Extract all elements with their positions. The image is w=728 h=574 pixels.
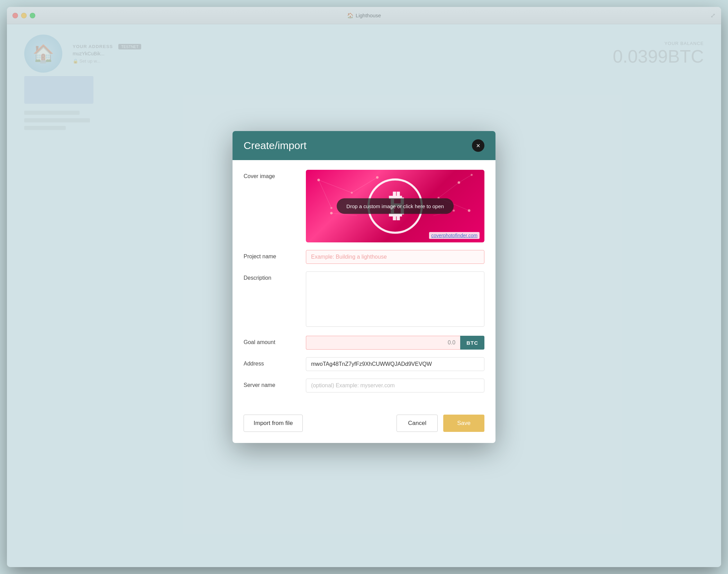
svg-point-8 [317, 179, 320, 181]
import-from-file-button[interactable]: Import from file [244, 415, 303, 432]
description-label: Description [244, 271, 299, 281]
project-name-wrap [306, 250, 484, 264]
server-name-row: Server name [244, 379, 484, 392]
address-input[interactable] [306, 357, 484, 371]
project-name-label: Project name [244, 250, 299, 260]
svg-point-9 [351, 192, 353, 194]
create-import-modal: Create/import × Cover image [233, 131, 495, 443]
svg-point-17 [453, 210, 455, 212]
cancel-button[interactable]: Cancel [397, 415, 438, 432]
server-name-input[interactable] [306, 379, 484, 392]
btc-currency-button[interactable]: BTC [460, 336, 484, 350]
server-name-wrap [306, 379, 484, 392]
svg-point-11 [330, 207, 333, 209]
modal-body: Cover image [233, 160, 495, 411]
cover-image-dropzone[interactable]: ₿ Drop a custom image or click here to o… [306, 170, 484, 242]
goal-row: BTC [306, 336, 484, 350]
app-window: 🏠 Lighthouse ⤢ 🏠 YOUR ADDRESS TESTNET mu… [7, 7, 721, 567]
cover-image-label: Cover image [244, 170, 299, 179]
modal-title: Create/import [244, 140, 307, 151]
goal-amount-wrap: BTC [306, 336, 484, 350]
svg-point-16 [330, 212, 333, 214]
footer-right-buttons: Cancel Save [397, 415, 484, 432]
cover-image-bg: ₿ Drop a custom image or click here to o… [306, 170, 484, 242]
cover-image-wrap: ₿ Drop a custom image or click here to o… [306, 170, 484, 242]
project-name-row: Project name [244, 250, 484, 264]
drop-text: Drop a custom image or click here to ope… [346, 203, 444, 209]
address-wrap [306, 357, 484, 371]
svg-point-15 [471, 174, 473, 176]
drop-image-overlay: Drop a custom image or click here to ope… [337, 198, 454, 214]
cover-image-row: Cover image [244, 170, 484, 242]
goal-amount-row: Goal amount BTC [244, 336, 484, 350]
svg-point-14 [468, 209, 470, 212]
address-label: Address [244, 357, 299, 367]
svg-point-12 [458, 181, 460, 184]
goal-amount-input[interactable] [306, 336, 460, 350]
svg-line-3 [438, 183, 459, 198]
modal-header: Create/import × [233, 131, 495, 160]
description-wrap [306, 271, 484, 328]
modal-footer: Import from file Cancel Save [233, 411, 495, 443]
modal-backdrop: Create/import × Cover image [7, 7, 721, 567]
project-name-input[interactable] [306, 250, 484, 264]
cover-photo-link[interactable]: coverphotofinder.com [429, 232, 480, 239]
description-row: Description [244, 271, 484, 328]
save-button[interactable]: Save [443, 415, 484, 432]
svg-line-5 [459, 175, 472, 183]
server-name-label: Server name [244, 379, 299, 388]
close-icon: × [476, 142, 480, 149]
goal-amount-label: Goal amount [244, 336, 299, 345]
modal-close-button[interactable]: × [472, 139, 484, 152]
address-row: Address [244, 357, 484, 371]
svg-point-10 [376, 176, 379, 178]
description-textarea[interactable] [306, 271, 484, 327]
